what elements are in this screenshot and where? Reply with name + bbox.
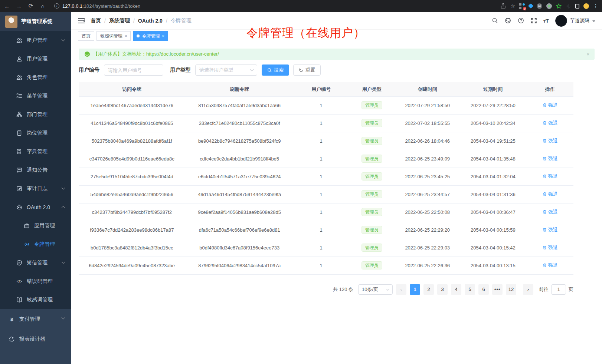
sidebar-item-org[interactable]: 部门管理: [0, 105, 71, 124]
sidebar-item-shield[interactable]: 短信管理: [0, 254, 71, 272]
refresh-token-cell: 333ecfc71e02480cb11055c875c3ca0f: [185, 114, 294, 132]
force-logout-button[interactable]: 强退: [542, 155, 558, 162]
search-icon[interactable]: [491, 17, 498, 24]
table-row: 1ea5e44f8bc1467aaede43144f31de76 811c530…: [79, 96, 573, 114]
reload-icon[interactable]: ⟳: [27, 3, 34, 9]
page-number-button[interactable]: 12: [506, 284, 516, 295]
user-type-badge: 管理员: [361, 119, 382, 127]
expire-time-cell: 2054-03-04 01:35:48: [459, 150, 526, 168]
page-number-button[interactable]: 6: [478, 284, 489, 295]
extension-gem-icon[interactable]: [528, 3, 533, 9]
sidebar-item-tree[interactable]: 菜单管理: [0, 87, 71, 105]
force-logout-button[interactable]: 强退: [542, 102, 558, 109]
page-size-select[interactable]: 10条/页: [358, 284, 393, 295]
breadcrumb-item[interactable]: 系统管理: [109, 17, 130, 24]
collapse-sidebar-icon[interactable]: [78, 18, 85, 23]
expire-time-cell: 2054-03-04 01:32:04: [459, 168, 526, 185]
prev-page-button[interactable]: ‹: [396, 284, 406, 295]
help-icon[interactable]: [517, 17, 524, 24]
tenant-icon: [16, 37, 22, 43]
sidebar-item-app[interactable]: 应用管理: [0, 216, 71, 235]
force-logout-button[interactable]: 强退: [542, 244, 558, 251]
sidebar-item-badge[interactable]: 岗位管理: [0, 124, 71, 142]
search-button[interactable]: 搜索: [262, 64, 289, 76]
page-number-button[interactable]: 1: [410, 284, 420, 295]
robot-icon: [16, 204, 22, 210]
back-icon[interactable]: ←: [4, 3, 10, 9]
url-bar[interactable]: i 127.0.0.1:1024/system/oauth2/token: [51, 3, 494, 9]
extensions-grid-icon[interactable]: 9: [519, 3, 525, 9]
goto-page-input[interactable]: [551, 284, 566, 295]
page-number-button[interactable]: 3: [437, 284, 448, 295]
tab-首页[interactable]: 首页 ×: [78, 31, 94, 41]
table-row: c347026e805e4d99b0d116eae66eda8c cdfc4ce…: [79, 150, 573, 168]
extension-dot-icon[interactable]: [546, 3, 552, 9]
forward-icon[interactable]: →: [16, 3, 22, 9]
page-number-button[interactable]: 4: [451, 284, 461, 295]
menu-item-label: 租户管理: [27, 37, 48, 44]
sidebar-item-users[interactable]: 角色管理: [0, 68, 71, 87]
user-menu[interactable]: 芋道源码: [555, 15, 595, 27]
user-id-label: 用户编号: [79, 67, 99, 73]
profile-avatar-icon[interactable]: [583, 3, 589, 9]
bookmark-star-icon[interactable]: ☆: [510, 3, 515, 9]
breadcrumb-separator: /: [166, 18, 167, 24]
close-icon[interactable]: ×: [162, 34, 164, 38]
content-area: 【用户体系】文档地址：https://doc.iocoder.cn/user-c…: [71, 42, 602, 364]
breadcrumb-item[interactable]: 首页: [91, 17, 101, 24]
sidebar-item-audit[interactable]: 审计日志: [0, 179, 71, 198]
sidebar-item-user[interactable]: 用户管理: [0, 50, 71, 68]
force-logout-button[interactable]: 强退: [542, 173, 558, 180]
breadcrumb-item[interactable]: OAuth 2.0: [138, 18, 163, 24]
tab-令牌管理[interactable]: 令牌管理 ×: [133, 31, 168, 41]
table-header-row: 访问令牌刷新令牌用户编号用户类型创建时间过期时间操作: [79, 82, 573, 96]
page-number-button[interactable]: 2: [423, 284, 434, 295]
sidebar-item-tenant[interactable]: 租户管理: [0, 31, 71, 50]
force-logout-button[interactable]: 强退: [542, 262, 558, 269]
tab-label: 令牌管理: [142, 33, 160, 39]
sidebar-menu-bottom: ¥ 支付管理 报表设计器: [0, 309, 71, 364]
font-size-icon[interactable]: TT: [543, 17, 549, 24]
next-page-button[interactable]: ›: [523, 284, 533, 295]
close-icon[interactable]: ×: [125, 34, 127, 38]
page-number-button[interactable]: 5: [465, 284, 475, 295]
alert-doc-link[interactable]: https://doc.iocoder.cn/user-center/: [146, 51, 219, 57]
extension-star-icon[interactable]: [556, 3, 562, 9]
menu-item-label: 令牌管理: [34, 241, 55, 248]
success-check-icon: [85, 52, 90, 57]
extension-command-icon[interactable]: ⌘: [537, 3, 542, 9]
tab-label: 首页: [82, 33, 91, 39]
force-logout-button[interactable]: 强退: [542, 226, 558, 233]
sidebar-item-dict[interactable]: 字典管理: [0, 142, 71, 161]
site-info-icon[interactable]: i: [54, 3, 59, 9]
create-time-cell: 2022-07-29 21:58:50: [395, 96, 459, 114]
user-id-input[interactable]: [104, 64, 163, 76]
github-icon[interactable]: [504, 17, 511, 24]
force-logout-button[interactable]: 强退: [542, 138, 558, 144]
sidebar-item-robot[interactable]: OAuth 2.0: [0, 198, 71, 216]
fullscreen-icon[interactable]: [530, 17, 537, 24]
browser-menu-icon[interactable]: ⋮: [593, 3, 598, 9]
force-logout-button[interactable]: 强退: [542, 191, 558, 198]
more-pages-button[interactable]: •••: [492, 284, 503, 295]
extension-window-icon[interactable]: [575, 4, 579, 9]
user-type-select[interactable]: 请选择用户类型: [195, 64, 257, 76]
share-icon[interactable]: [500, 3, 506, 9]
tab-敏感词管理[interactable]: 敏感词管理 ×: [96, 31, 131, 41]
app-logo[interactable]: 芋道管理系统: [0, 12, 71, 31]
reset-button[interactable]: 重置: [293, 64, 321, 76]
expire-time-cell: 2054-03-04 00:15:42: [459, 239, 526, 257]
home-icon[interactable]: ⌂: [39, 3, 46, 9]
extension-pin-icon[interactable]: [566, 3, 571, 9]
sidebar-item-code[interactable]: </> 错误码管理: [0, 272, 71, 291]
sidebar-item-book[interactable]: 敏感词管理: [0, 291, 71, 309]
access-token-cell: 6d842e2924594de9a09e45e087323abe: [79, 257, 185, 274]
force-logout-button[interactable]: 强退: [542, 209, 558, 215]
sidebar-item-token[interactable]: 令牌管理: [0, 235, 71, 254]
force-logout-button[interactable]: 强退: [542, 120, 558, 126]
alert-close-icon[interactable]: ×: [586, 52, 589, 57]
sidebar-item-yen[interactable]: ¥ 支付管理: [0, 309, 71, 329]
sidebar-item-comment[interactable]: 通知公告: [0, 161, 71, 179]
create-time-cell: 2022-06-25 22:29:20: [395, 221, 459, 239]
sidebar-item-chart[interactable]: 报表设计器: [0, 329, 71, 349]
